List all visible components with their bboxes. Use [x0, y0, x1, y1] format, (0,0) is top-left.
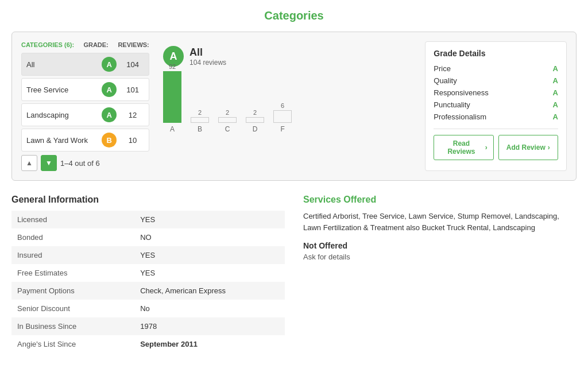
bar-label-c: C — [225, 125, 230, 133]
grade-detail-price: Price A — [434, 63, 558, 75]
info-row-bonded: Bonded NO — [11, 228, 285, 246]
category-row-all[interactable]: All A 104 — [21, 53, 149, 76]
info-row-payment-options: Payment Options Check, American Express — [11, 282, 285, 300]
review-count-tree-service: 101 — [121, 86, 144, 94]
grade-badge-tree-service: A — [102, 82, 117, 97]
cat-name-landscaping: Landscaping — [26, 111, 102, 119]
category-row-tree-service[interactable]: Tree Service A 101 — [21, 78, 149, 101]
grade-details-title: Grade Details — [434, 49, 558, 58]
not-offered-title: Not Offered — [303, 241, 577, 250]
info-label-angies-list: Angie's List Since — [11, 335, 134, 353]
detail-label-quality: Quality — [434, 76, 457, 85]
detail-grade-quality: A — [553, 76, 558, 85]
info-value-insured: YES — [134, 246, 285, 264]
pagination-down-btn[interactable]: ▼ — [41, 155, 57, 171]
detail-label-responsiveness: Responsiveness — [434, 88, 488, 97]
reviews-col-label: REVIEWS: — [118, 41, 149, 48]
cat-name-all: All — [26, 60, 102, 69]
detail-grade-professionalism: A — [553, 112, 558, 121]
services-offered-text: Certified Arborist, Tree Service, Lawn S… — [303, 211, 577, 233]
page-title: Categories — [11, 9, 577, 22]
info-value-payment-options: Check, American Express — [134, 282, 285, 300]
info-label-payment-options: Payment Options — [11, 282, 134, 300]
grade-details-panel: Grade Details Price A Quality A Responsi… — [425, 41, 567, 171]
bar-a — [163, 71, 181, 123]
info-row-insured: Insured YES — [11, 246, 285, 264]
detail-label-price: Price — [434, 64, 451, 73]
chart-title: All — [189, 46, 226, 59]
review-count-all: 104 — [121, 60, 144, 69]
services-title: Services Offered — [303, 195, 577, 205]
pagination-row: ▲ ▼ 1–4 out of 6 — [21, 155, 149, 171]
add-review-chevron: › — [548, 143, 550, 152]
bar-chart: 92 A 2 B 2 C 2 D — [163, 76, 292, 133]
bar-label-f: F — [280, 125, 284, 133]
cat-name-tree-service: Tree Service — [26, 86, 102, 94]
info-row-licensed: Licensed YES — [11, 211, 285, 228]
review-count-landscaping: 12 — [121, 111, 144, 119]
category-header: CATEGORIES (6): GRADE: REVIEWS: — [21, 41, 149, 48]
read-reviews-button[interactable]: Read Reviews › — [434, 135, 493, 160]
info-label-licensed: Licensed — [11, 211, 134, 228]
grade-badge-landscaping: A — [102, 107, 117, 122]
grade-badge-lawn: B — [102, 133, 117, 148]
bar-f — [273, 110, 292, 123]
add-review-label: Add Review — [506, 143, 546, 152]
not-offered-text: Ask for details — [303, 253, 577, 261]
info-row-free-estimates: Free Estimates YES — [11, 264, 285, 282]
bar-col-b: 2 B — [191, 109, 209, 133]
categories-col-label: CATEGORIES (6): — [21, 41, 74, 48]
info-value-licensed: YES — [134, 211, 285, 228]
grade-detail-quality: Quality A — [434, 75, 558, 87]
info-value-angies-list: September 2011 — [134, 335, 285, 353]
read-reviews-chevron: › — [485, 143, 488, 152]
pagination-up-btn[interactable]: ▲ — [21, 155, 37, 171]
chart-subtitle: 104 reviews — [189, 59, 226, 67]
info-value-senior-discount: No — [134, 300, 285, 317]
bar-col-f: 6 F — [273, 102, 292, 133]
pagination-text: 1–4 out of 6 — [60, 159, 100, 168]
info-label-bonded: Bonded — [11, 228, 134, 246]
info-label-free-estimates: Free Estimates — [11, 264, 134, 282]
add-review-button[interactable]: Add Review › — [498, 135, 558, 160]
info-value-bonded: NO — [134, 228, 285, 246]
bar-value-d: 2 — [253, 109, 257, 116]
bar-value-f: 6 — [281, 102, 284, 109]
category-row-landscaping[interactable]: Landscaping A 12 — [21, 103, 149, 126]
bar-c — [218, 117, 237, 123]
info-label-in-business: In Business Since — [11, 317, 134, 335]
detail-grade-price: A — [553, 64, 558, 73]
chart-area: A All 104 reviews 92 A 2 B 2 — [158, 41, 416, 171]
category-list: CATEGORIES (6): GRADE: REVIEWS: All A 10… — [21, 41, 149, 171]
general-info-table: Licensed YES Bonded NO Insured YES Free … — [11, 211, 285, 353]
category-row-lawn[interactable]: Lawn & Yard Work B 10 — [21, 129, 149, 152]
bar-value-b: 2 — [198, 109, 202, 116]
bar-col-a: 92 A — [163, 63, 181, 133]
bar-value-c: 2 — [226, 109, 229, 116]
grade-detail-professionalism: Professionalism A — [434, 111, 558, 123]
bar-d — [246, 117, 264, 123]
grade-detail-punctuality: Punctuality A — [434, 99, 558, 111]
info-value-in-business: 1978 — [134, 317, 285, 335]
cat-name-lawn: Lawn & Yard Work — [26, 136, 102, 145]
bar-label-b: B — [198, 125, 202, 133]
bar-value-a: 92 — [169, 63, 176, 70]
detail-grade-punctuality: A — [553, 100, 558, 109]
info-row-senior-discount: Senior Discount No — [11, 300, 285, 317]
bar-b — [191, 117, 209, 123]
grade-divider — [434, 129, 558, 129]
info-label-senior-discount: Senior Discount — [11, 300, 134, 317]
grade-badge-all: A — [102, 57, 117, 72]
services-section: Services Offered Certified Arborist, Tre… — [303, 195, 577, 353]
bar-label-a: A — [170, 125, 175, 133]
review-count-lawn: 10 — [121, 136, 144, 145]
read-reviews-label: Read Reviews — [440, 139, 482, 156]
grade-detail-responsiveness: Responsiveness A — [434, 87, 558, 99]
info-row-angies-list: Angie's List Since September 2011 — [11, 335, 285, 353]
info-value-free-estimates: YES — [134, 264, 285, 282]
chart-title-block: All 104 reviews — [189, 46, 226, 67]
general-info-section: General Information Licensed YES Bonded … — [11, 195, 285, 353]
bar-label-d: D — [253, 125, 258, 133]
bottom-section: General Information Licensed YES Bonded … — [11, 195, 577, 353]
general-info-title: General Information — [11, 195, 285, 205]
